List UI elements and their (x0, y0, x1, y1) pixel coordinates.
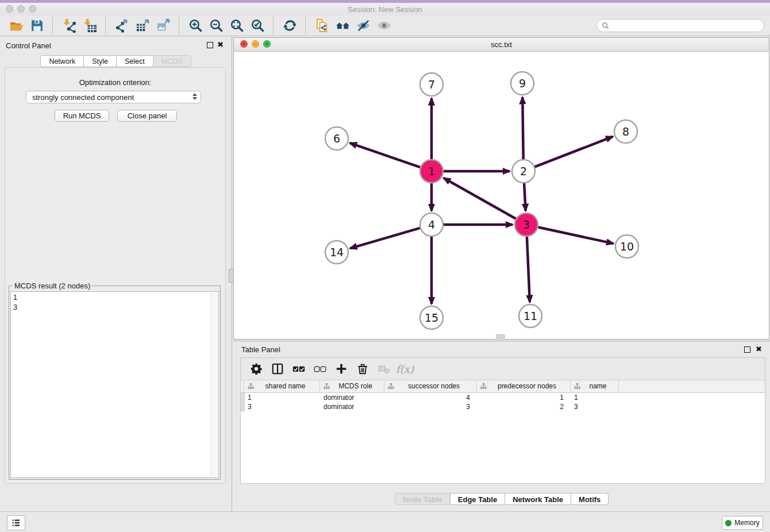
cell-successor-nodes[interactable]: 3 (384, 402, 477, 411)
close-panel-icon[interactable]: ✖ (217, 41, 224, 49)
close-table-panel-icon[interactable]: ✖ (756, 345, 762, 353)
float-panel-icon[interactable] (207, 42, 213, 48)
table-panel-title: Table Panel (241, 345, 280, 354)
node-14[interactable]: 14 (325, 241, 348, 264)
search-box[interactable] (596, 19, 764, 32)
edge-3-1[interactable] (444, 178, 516, 219)
memory-button[interactable]: Memory (722, 516, 763, 530)
cell-successor-nodes[interactable]: 4 (384, 393, 477, 402)
cell-shared-name[interactable]: 1 (244, 393, 320, 402)
cell-name[interactable]: 3 (571, 402, 619, 411)
node-1[interactable]: 1 (420, 160, 443, 183)
result-scrollbar[interactable] (210, 292, 218, 477)
cell-MCDS-role[interactable]: dominator (320, 402, 384, 411)
column-header-shared-name[interactable]: shared name (244, 380, 320, 392)
first-neighbors-icon[interactable] (332, 17, 353, 34)
import-network-icon[interactable] (59, 17, 79, 34)
tab-edge-table[interactable]: Edge Table (450, 493, 505, 505)
node-7[interactable]: 7 (420, 73, 443, 96)
tab-mcds[interactable]: MCDS (153, 55, 191, 67)
edge-1-6[interactable] (350, 143, 420, 167)
zoom-selected-icon[interactable] (247, 17, 268, 34)
node-8[interactable]: 8 (614, 120, 637, 143)
show-panels-button[interactable] (7, 515, 25, 530)
column-header-MCDS-role[interactable]: MCDS role (320, 380, 384, 392)
network-canvas[interactable]: 1234678910111415 (234, 51, 769, 339)
cell-name[interactable]: 1 (571, 393, 619, 402)
criterion-select[interactable]: strongly connected component (26, 91, 201, 103)
add-column-icon[interactable] (330, 360, 352, 377)
cell-MCDS-role[interactable]: dominator (320, 393, 384, 402)
window-resize-handle[interactable] (496, 334, 505, 338)
clone-network-icon[interactable] (311, 17, 332, 34)
node-15[interactable]: 15 (420, 306, 443, 329)
run-mcds-button[interactable]: Run MCDS (55, 110, 109, 122)
tab-network[interactable]: Network (40, 55, 84, 67)
edge-2-3[interactable] (524, 183, 526, 211)
tab-network-table[interactable]: Network Table (505, 493, 571, 505)
delete-column-icon[interactable] (352, 360, 373, 377)
edge-2-8[interactable] (535, 137, 613, 167)
mcds-result-list[interactable]: 13 (10, 291, 219, 478)
cell-predecessor-nodes[interactable]: 1 (477, 393, 571, 402)
list-icon (11, 518, 21, 528)
search-icon (602, 22, 610, 30)
column-header-filler (619, 380, 765, 392)
column-header-successor-nodes[interactable]: successor nodes (384, 380, 477, 392)
clear-checks-icon[interactable] (309, 360, 330, 377)
refresh-network-icon[interactable] (279, 17, 300, 34)
network-title: scc.txt (234, 40, 769, 49)
table-row[interactable]: 1dominator411 (241, 393, 765, 402)
table-row[interactable]: 3dominator323 (241, 402, 765, 411)
edge-4-14[interactable] (350, 228, 420, 248)
cell-shared-name[interactable]: 3 (244, 402, 320, 411)
zoom-out-icon[interactable] (206, 17, 226, 34)
cell-predecessor-nodes[interactable]: 2 (477, 402, 571, 411)
close-panel-button[interactable]: Close panel (117, 110, 177, 122)
hide-selected-icon[interactable] (353, 17, 374, 34)
network-window-titlebar[interactable]: ✕ − + scc.txt (234, 38, 769, 52)
toolbar-separator (179, 17, 180, 34)
open-file-icon[interactable] (6, 17, 26, 34)
node-9[interactable]: 9 (511, 72, 534, 95)
gear-icon[interactable] (245, 360, 267, 377)
save-session-icon[interactable] (26, 17, 47, 34)
show-all-icon[interactable] (374, 17, 394, 34)
edge-2-9[interactable] (522, 97, 523, 159)
float-table-panel-icon[interactable] (744, 346, 750, 353)
column-header-name[interactable]: name (571, 380, 619, 392)
svg-text:7: 7 (428, 78, 435, 91)
edge-3-11[interactable] (527, 237, 530, 302)
node-6[interactable]: 6 (325, 127, 348, 150)
zoom-in-icon[interactable] (185, 17, 206, 34)
select-all-checks-icon[interactable] (288, 360, 309, 377)
mcds-result-item: 3 (13, 302, 216, 312)
svg-text:15: 15 (425, 311, 438, 324)
column-header-predecessor-nodes[interactable]: predecessor nodes (477, 380, 571, 392)
node-3[interactable]: 3 (515, 213, 538, 236)
tab-node-table[interactable]: Node Table (395, 493, 451, 505)
node-table-block: f(x) shared nameMCDS rolesuccessor nodes… (240, 357, 765, 484)
edge-3-10[interactable] (538, 227, 614, 243)
tab-select[interactable]: Select (116, 55, 153, 67)
export-table-icon[interactable] (132, 17, 153, 34)
node-10[interactable]: 10 (615, 235, 638, 258)
svg-text:3: 3 (523, 218, 530, 231)
zoom-fit-icon[interactable] (226, 17, 247, 34)
table-toolbar: f(x) (241, 358, 765, 380)
node-11[interactable]: 11 (519, 304, 542, 327)
node-2[interactable]: 2 (512, 160, 535, 183)
toolbar-separator (305, 17, 306, 34)
table-panel-tabs: Node TableEdge TableNetwork TableMotifs (233, 493, 770, 505)
tab-motifs[interactable]: Motifs (571, 493, 609, 505)
svg-text:14: 14 (330, 246, 344, 259)
export-image-icon[interactable] (153, 17, 174, 34)
import-table-icon[interactable] (79, 17, 100, 34)
node-4[interactable]: 4 (420, 213, 443, 236)
select-chevrons-icon (192, 93, 197, 100)
tab-style[interactable]: Style (83, 55, 117, 67)
export-network-icon[interactable] (111, 17, 132, 34)
search-input[interactable] (613, 21, 759, 30)
mcds-result-box: MCDS result (2 nodes) 13 (9, 282, 221, 480)
split-columns-icon[interactable] (267, 360, 288, 377)
